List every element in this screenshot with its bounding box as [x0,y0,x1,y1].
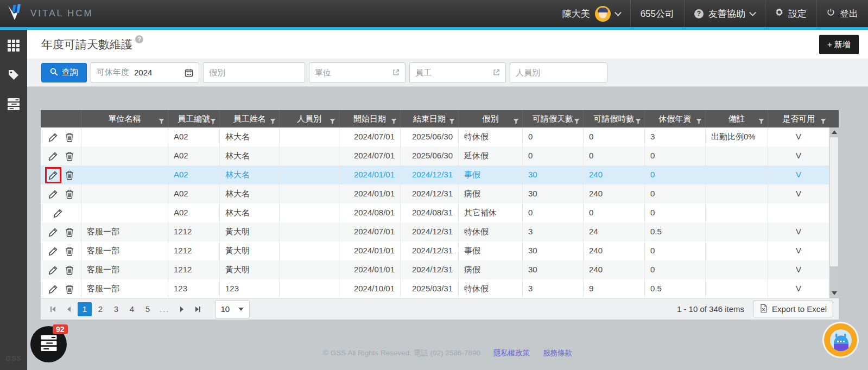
edit-row-button[interactable] [48,132,58,142]
settings-button[interactable]: 設定 [765,0,816,27]
page-button-4[interactable]: 4 [125,302,139,316]
tag-icon [7,68,20,84]
scroll-down-button[interactable] [829,289,839,298]
title-help-icon[interactable]: ? [135,35,143,43]
delete-row-button[interactable] [65,170,74,180]
cell-active: V [768,279,829,298]
personnel-input[interactable] [516,68,601,77]
table-row[interactable]: A02林大名2024/01/012024/12/31事假302400V [41,165,829,184]
next-page-button[interactable] [175,302,189,316]
column-header[interactable]: 人員別 [280,110,339,127]
funnel-icon[interactable] [635,118,641,124]
sidebar-apps-button[interactable] [0,34,27,59]
table-row[interactable]: A02林大名2024/08/012024/08/31其它補休000 [41,203,829,222]
table-row[interactable]: 客服一部1212黃大明2024/01/012024/12/31病假302400V [41,260,829,279]
user-menu[interactable]: 陳大美 [553,0,630,27]
page-button-3[interactable]: 3 [109,302,123,316]
calendar-icon[interactable] [185,68,193,77]
terms-link[interactable]: 服務條款 [543,349,572,357]
brand[interactable]: VITAL HCM [7,4,93,23]
page-button-1[interactable]: 1 [78,302,92,316]
column-header[interactable]: 單位名稱 [81,110,168,127]
delete-row-button[interactable] [65,189,74,199]
funnel-icon[interactable] [210,118,216,124]
scrollbar-thumb[interactable] [830,137,838,266]
year-picker[interactable]: 可休年度 2024 [91,62,199,83]
help-menu[interactable]: ? 友善協助 [684,0,765,27]
column-header[interactable]: 備註 [706,110,768,127]
table-row[interactable]: 客服一部1212黃大明2024/01/012024/12/31事假302400V [41,241,829,260]
column-header[interactable]: 員工姓名 [220,110,280,127]
column-header-label: 假別 [483,114,499,124]
first-page-button[interactable] [46,302,60,316]
table-row[interactable]: A02林大名2024/07/012025/06/30特休假003出勤比例0%V [41,127,829,146]
edit-row-button[interactable] [48,246,58,256]
export-excel-button[interactable]: Export to Excel [753,301,833,317]
delete-row-button[interactable] [65,265,74,275]
table-row[interactable]: A02林大名2024/01/012024/12/31病假302400V [41,184,829,203]
vertical-scrollbar[interactable] [829,127,839,298]
last-page-button[interactable] [191,302,205,316]
cell-emp_id: A02 [168,203,220,222]
row-actions [41,203,81,222]
table-row[interactable]: 客服一部1212黃大明2024/07/012024/12/31特休假3240.5… [41,222,829,241]
column-header[interactable]: 假別 [459,110,523,127]
page-size-select[interactable]: 10 [215,300,250,318]
employee-input[interactable] [415,68,493,77]
task-list-fab[interactable]: 92 [30,326,67,362]
page-button-2[interactable]: 2 [93,302,107,316]
table-row[interactable]: 客服一部1231232024/10/012025/03/31特休假390.5V [41,279,829,298]
logout-button[interactable]: 登出 [816,0,868,27]
page-button-5[interactable]: 5 [141,302,155,316]
edit-row-button[interactable] [48,265,58,275]
column-header[interactable]: 結束日期 [401,110,459,127]
delete-row-button[interactable] [65,246,74,256]
column-header[interactable]: 開始日期 [339,110,401,127]
sidebar-tasks-button[interactable] [0,93,27,118]
chatbot-fab[interactable] [824,323,857,356]
column-header[interactable]: 可請假天數 [523,110,584,127]
delete-row-button[interactable] [65,151,74,161]
funnel-icon[interactable] [270,118,276,124]
edit-row-button[interactable] [53,208,63,218]
delete-row-button[interactable] [65,227,74,237]
delete-row-button[interactable] [65,284,74,294]
external-link-icon[interactable] [392,69,400,76]
table-row[interactable]: A02林大名2024/07/012025/06/30延休假000V [41,146,829,165]
funnel-icon[interactable] [513,118,519,124]
funnel-icon[interactable] [574,118,580,124]
prev-page-button[interactable] [62,302,76,316]
funnel-icon[interactable] [449,118,455,124]
edit-row-button[interactable] [48,227,58,237]
delete-row-button[interactable] [65,132,74,142]
scroll-up-button[interactable] [829,127,839,137]
funnel-icon[interactable] [758,118,764,124]
column-header[interactable]: 是否可用 [768,110,829,127]
leave-type-input[interactable] [209,68,299,77]
edit-row-button[interactable] [48,170,58,180]
edit-row-button[interactable] [48,284,58,294]
cell-active: V [768,241,829,260]
row-actions [41,146,81,165]
edit-row-button[interactable] [48,189,58,199]
privacy-policy-link[interactable]: 隱私權政策 [493,349,530,357]
table-header: 單位名稱員工編號員工姓名人員別開始日期結束日期假別可請假天數可請假時數休假年資備… [41,110,839,127]
external-link-icon[interactable] [493,69,500,76]
cell-days: 3 [523,222,584,241]
company-menu[interactable]: 655公司 [630,0,684,27]
edit-row-button[interactable] [48,151,58,161]
column-header-label: 是否可用 [783,114,815,124]
unit-input[interactable] [315,68,392,77]
funnel-icon[interactable] [391,118,397,124]
sidebar-tags-button[interactable] [0,63,27,88]
column-header[interactable]: 員工編號 [168,110,220,127]
add-button[interactable]: + 新增 [819,35,859,54]
column-header[interactable]: 可請假時數 [584,110,645,127]
funnel-icon[interactable] [330,118,335,124]
column-header[interactable]: 休假年資 [645,110,706,127]
funnel-icon[interactable] [696,118,702,124]
funnel-icon[interactable] [820,118,826,124]
search-button[interactable]: 查詢 [41,63,87,82]
cell-emp_id: A02 [168,127,220,146]
funnel-icon[interactable] [159,118,164,124]
